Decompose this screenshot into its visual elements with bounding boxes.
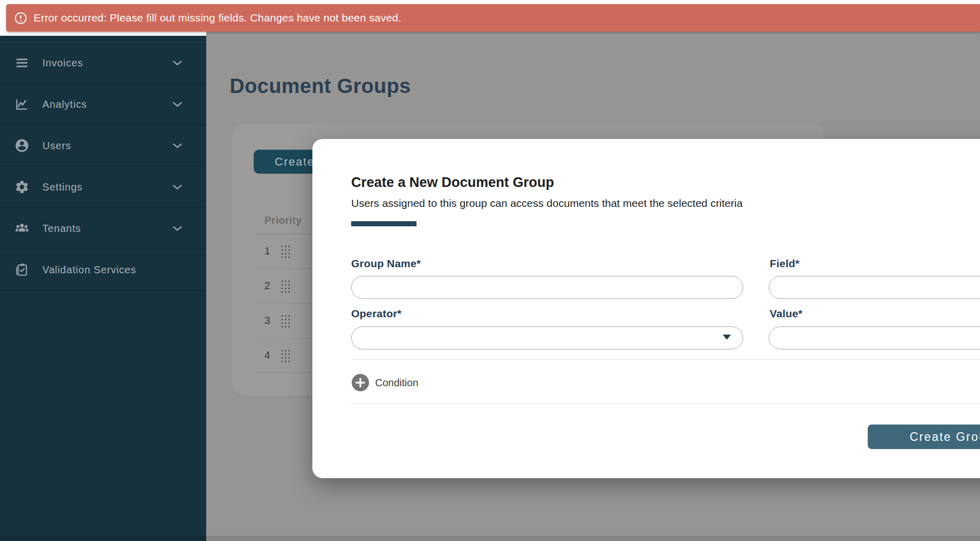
create-document-group-modal: Create a New Document Group Users assign… (312, 139, 980, 478)
value-input[interactable] (769, 326, 980, 349)
field-input[interactable] (769, 276, 980, 299)
tenants-icon (14, 221, 30, 236)
operator-select[interactable] (351, 326, 743, 349)
chevron-down-icon (173, 102, 182, 107)
modal-subtitle: Users assigned to this group can access … (351, 197, 743, 209)
operator-label: Operator* (351, 308, 402, 320)
sidebar: Invoices Analytics User (0, 36, 206, 541)
sidebar-item-validation-services[interactable]: Validation Services (0, 249, 206, 291)
chevron-down-icon (173, 226, 182, 231)
sidebar-item-label: Validation Services (42, 264, 136, 276)
analytics-icon (14, 97, 30, 112)
sidebar-item-label: Invoices (42, 57, 83, 69)
group-name-label: Group Name* (351, 257, 421, 270)
clipboard-check-icon (14, 262, 30, 277)
create-group-submit-button[interactable]: Create Group (868, 425, 980, 449)
sidebar-item-users[interactable]: Users (0, 125, 206, 167)
sidebar-item-analytics[interactable]: Analytics (0, 84, 206, 125)
sidebar-nav: Invoices Analytics User (0, 42, 206, 291)
add-condition-button[interactable]: Condition (352, 374, 419, 391)
horizontal-scrollbar[interactable] (0, 536, 980, 541)
error-banner: Error occurred: Please fill out missing … (6, 4, 980, 32)
value-label: Value* (770, 308, 802, 320)
sidebar-item-label: Tenants (42, 223, 81, 234)
user-icon (14, 138, 30, 153)
sidebar-item-label: Users (42, 140, 71, 152)
sidebar-item-tenants[interactable]: Tenants (0, 208, 206, 249)
sidebar-item-settings[interactable]: Settings (0, 167, 206, 208)
menu-icon (14, 55, 30, 70)
chevron-down-icon (173, 60, 182, 66)
sidebar-item-label: Analytics (42, 99, 87, 110)
divider (351, 404, 980, 404)
chevron-down-icon (173, 184, 182, 190)
modal-title: Create a New Document Group (351, 175, 554, 191)
error-message: Error occurred: Please fill out missing … (34, 12, 401, 24)
chevron-down-icon (173, 143, 182, 149)
plus-circle-icon (352, 374, 369, 391)
accent-bar (351, 221, 416, 226)
add-condition-label: Condition (375, 377, 419, 389)
alert-circle-icon (14, 12, 27, 25)
field-label: Field* (770, 257, 799, 270)
gear-icon (14, 179, 30, 195)
sidebar-item-invoices[interactable]: Invoices (0, 42, 206, 84)
group-name-input[interactable] (351, 276, 743, 299)
sidebar-item-label: Settings (42, 181, 83, 193)
divider (351, 359, 980, 360)
